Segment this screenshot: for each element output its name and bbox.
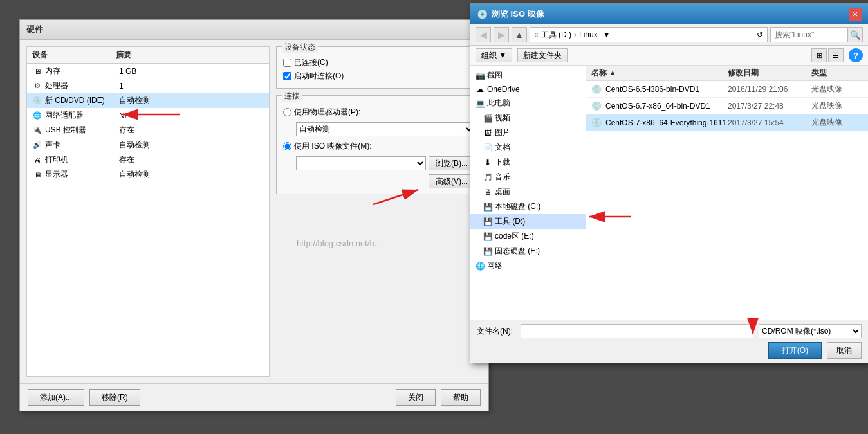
tree-item-documents[interactable]: 📄 文档 [470, 140, 586, 155]
tree-item-drive-e[interactable]: 💾 code区 (E:) [470, 229, 586, 244]
breadcrumb-part1[interactable]: 工具 (D:) [541, 30, 571, 41]
video-icon: 🎬 [483, 114, 492, 123]
drive-f-icon: 💾 [483, 247, 492, 256]
device-usb[interactable]: 🔌 USB 控制器 存在 [27, 123, 269, 138]
hardware-dialog: 硬件 设备 摘要 🖥 内存 1 GB ⚙ 处理器 1 💿 新 CD/DVD (I… [19, 19, 489, 411]
music-icon: 🎵 [483, 173, 492, 182]
file-icon-centos67: 💿 [591, 101, 602, 111]
files-col-name: 名称 ▲ [591, 68, 728, 78]
drive-e-icon: 💾 [483, 232, 492, 241]
up-button[interactable]: ▲ [512, 27, 527, 42]
advanced-button[interactable]: 高级(V)... [429, 174, 475, 188]
network-tree-icon: 🌐 [476, 262, 485, 271]
device-name-usb: USB 控制器 [45, 125, 119, 136]
device-desc-sound: 自动检测 [119, 140, 264, 150]
connection-group: 连接 使用物理驱动器(P): 自动检测 使用 ISO 映像文件(M): [276, 95, 482, 194]
file-date-centos67: 2017/3/27 22:48 [728, 102, 811, 111]
search-input[interactable] [770, 27, 847, 42]
device-printer[interactable]: 🖨 打印机 存在 [27, 152, 269, 167]
breadcrumb-dropdown[interactable]: ▼ [603, 30, 611, 39]
auto-detect-select[interactable]: 自动检测 [296, 122, 475, 136]
device-cdvdrom[interactable]: 💿 新 CD/DVD (IDE) 自动检测 [27, 93, 269, 108]
physical-radio[interactable] [283, 108, 291, 116]
tree-item-downloads[interactable]: ⬇ 下载 [470, 155, 586, 170]
browse-close-button[interactable]: × [849, 8, 862, 21]
file-row-centos67[interactable]: 💿 CentOS-6.7-x86_64-bin-DVD1 2017/3/27 2… [586, 98, 868, 114]
tree-item-drive-c[interactable]: 💾 本地磁盘 (C:) [470, 199, 586, 214]
file-date-centos65: 2016/11/29 21:06 [728, 85, 811, 94]
connected-label: 已连接(C) [294, 57, 328, 68]
drive-d-icon: 💾 [483, 217, 492, 226]
browse-dialog-title: 浏览 ISO 映像 [492, 8, 544, 20]
device-list-panel: 设备 摘要 🖥 内存 1 GB ⚙ 处理器 1 💿 新 CD/DVD (IDE)… [26, 46, 270, 377]
tree-item-drive-f[interactable]: 💾 固态硬盘 (F:) [470, 244, 586, 258]
iso-radio[interactable] [283, 142, 291, 150]
files-header: 名称 ▲ 修改日期 类型 [586, 66, 868, 81]
file-icon-centos7: 💿 [591, 118, 602, 128]
search-button[interactable]: 🔍 [847, 27, 863, 42]
device-desc-cdvdrom: 自动检测 [119, 95, 264, 106]
file-date-centos7: 2017/3/27 15:54 [728, 118, 811, 127]
device-name-sound: 声卡 [45, 140, 119, 150]
usb-icon: 🔌 [32, 125, 42, 136]
files-col-type: 类型 [811, 68, 863, 78]
file-name-centos67: CentOS-6.7-x86_64-bin-DVD1 [605, 102, 728, 111]
iso-label: 使用 ISO 映像文件(M): [294, 141, 372, 152]
connected-row: 已连接(C) [283, 56, 475, 69]
browse-tree: 📷 截图 ☁ OneDrive 💻 此电脑 🎬 视频 🖼 图片 📄 文档 [470, 66, 586, 320]
tree-label-downloads: 下载 [495, 157, 510, 168]
view-grid-button[interactable]: ⊞ [811, 48, 827, 62]
device-display[interactable]: 🖥 显示器 自动检测 [27, 167, 269, 182]
organize-button[interactable]: 组织 ▼ [476, 48, 512, 62]
device-desc-usb: 存在 [119, 125, 264, 136]
view-list-button[interactable]: ☰ [828, 48, 844, 62]
tree-label-screenshots: 截图 [487, 70, 503, 81]
tree-item-pictures[interactable]: 🖼 图片 [470, 125, 586, 140]
browse-button[interactable]: 浏览(B)... [429, 156, 475, 170]
device-sound[interactable]: 🔊 声卡 自动检测 [27, 138, 269, 152]
view-buttons: ⊞ ☰ [811, 48, 844, 62]
advanced-row: 高级(V)... [283, 174, 475, 188]
help-button[interactable]: 帮助 [441, 389, 481, 406]
file-row-centos65[interactable]: 💿 CentOS-6.5-i386-bin-DVD1 2016/11/29 21… [586, 81, 868, 98]
help-icon-button[interactable]: ? [849, 48, 863, 62]
device-desc-display: 自动检测 [119, 169, 264, 180]
pictures-icon: 🖼 [483, 129, 492, 138]
tree-label-onedrive: OneDrive [487, 85, 520, 94]
remove-button[interactable]: 移除(R) [89, 389, 140, 406]
back-button[interactable]: ◀ [476, 27, 491, 42]
browse-main: 📷 截图 ☁ OneDrive 💻 此电脑 🎬 视频 🖼 图片 📄 文档 [470, 66, 868, 320]
tree-item-screenshots[interactable]: 📷 截图 [470, 68, 586, 83]
desktop-icon: 🖥 [483, 188, 492, 197]
file-row-centos7[interactable]: 💿 CentOS-7-x86_64-Everything-1611 2017/3… [586, 114, 868, 131]
filename-input[interactable] [521, 324, 753, 338]
forward-button[interactable]: ▶ [494, 27, 509, 42]
refresh-icon[interactable]: ↺ [757, 30, 763, 39]
device-network[interactable]: 🌐 网络适配器 NAT [27, 108, 269, 123]
tree-item-music[interactable]: 🎵 音乐 [470, 170, 586, 185]
device-memory[interactable]: 🖥 内存 1 GB [27, 64, 269, 78]
new-folder-button[interactable]: 新建文件夹 [517, 48, 568, 62]
tree-item-drive-d[interactable]: 💾 工具 (D:) [470, 214, 586, 229]
device-name-memory: 内存 [45, 66, 119, 77]
breadcrumb-part2[interactable]: Linux [579, 30, 598, 39]
tree-item-desktop[interactable]: 🖥 桌面 [470, 185, 586, 199]
close-button[interactable]: 关闭 [396, 389, 436, 406]
sound-icon: 🔊 [32, 140, 42, 150]
breadcrumb-sep: › [574, 30, 577, 39]
status-group: 设备状态 已连接(C) 启动时连接(O) [276, 46, 482, 89]
tree-item-thispc[interactable]: 💻 此电脑 [470, 96, 586, 111]
cancel-button[interactable]: 取消 [827, 342, 862, 359]
iso-file-select[interactable] [296, 156, 426, 170]
tree-item-onedrive[interactable]: ☁ OneDrive [470, 83, 586, 96]
device-desc-printer: 存在 [119, 154, 264, 165]
tree-item-network[interactable]: 🌐 网络 [470, 258, 586, 273]
autoconnect-checkbox[interactable] [283, 72, 291, 80]
device-cpu[interactable]: ⚙ 处理器 1 [27, 78, 269, 93]
filetype-select[interactable]: CD/ROM 映像(*.iso) [759, 324, 862, 338]
connected-checkbox[interactable] [283, 59, 291, 67]
tree-item-video[interactable]: 🎬 视频 [470, 111, 586, 125]
hardware-dialog-footer: 添加(A)... 移除(R) 关闭 帮助 [20, 383, 488, 411]
add-button[interactable]: 添加(A)... [28, 389, 84, 406]
open-button[interactable]: 打开(O) [768, 342, 822, 359]
